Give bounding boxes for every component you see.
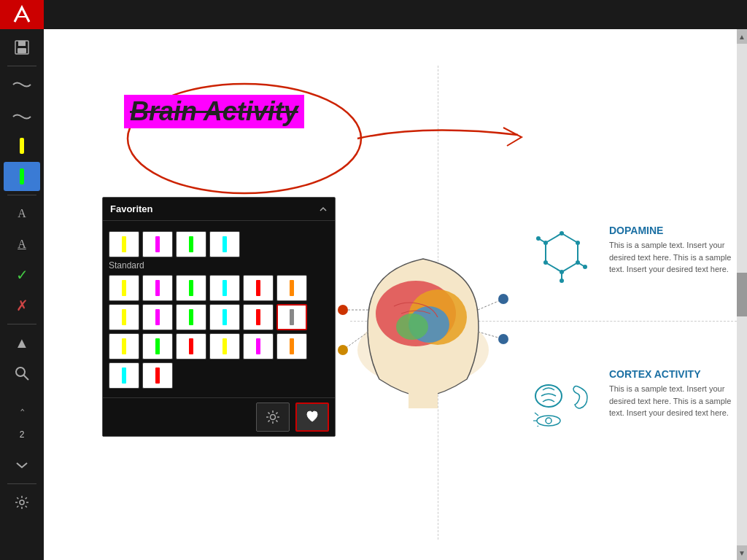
svg-point-5	[20, 500, 24, 505]
swatch-r1c3[interactable]	[176, 275, 206, 301]
cortex-icons	[533, 368, 598, 427]
svg-point-19	[498, 294, 508, 304]
separator3	[7, 324, 36, 324]
svg-line-4	[24, 376, 29, 381]
svg-line-39	[535, 426, 538, 427]
swatch-r1c4[interactable]	[209, 275, 240, 301]
caret-down-button[interactable]	[4, 451, 40, 480]
color-picker-footer	[103, 397, 335, 436]
color-picker-header: Favoriten	[103, 198, 335, 221]
standard-row-3	[109, 333, 329, 359]
right-scrollbar: ▲ ▼	[737, 29, 747, 560]
settings-button[interactable]	[4, 488, 40, 517]
standard-row-4	[109, 362, 329, 389]
gear-button[interactable]	[256, 402, 290, 432]
svg-point-3	[16, 368, 25, 376]
svg-point-20	[498, 334, 508, 344]
arrow-up-button[interactable]: ▲	[4, 328, 40, 357]
green-pen-tool[interactable]	[4, 162, 40, 191]
cortex-title: CORTEX ACTIVITY	[609, 368, 737, 380]
svg-marker-21	[546, 233, 578, 272]
scroll-up-arrow[interactable]	[319, 205, 328, 214]
svg-point-32	[536, 236, 541, 241]
heart-button[interactable]	[295, 402, 329, 432]
svg-point-26	[576, 241, 580, 245]
favorites-label: Favoriten	[110, 203, 153, 214]
annotation-circle	[117, 73, 379, 204]
fav-swatch-3[interactable]	[176, 231, 206, 257]
standard-row-1	[109, 275, 329, 301]
cortex-text: This is a sample text. Insert your desir…	[609, 383, 737, 419]
swatch-r1c1[interactable]	[109, 275, 139, 301]
text-style2-tool[interactable]: A	[4, 230, 40, 259]
svg-point-29	[543, 260, 548, 265]
swatch-r2c1[interactable]	[109, 304, 139, 330]
swatch-r2c5[interactable]	[243, 304, 274, 330]
swatch-r1c2[interactable]	[142, 275, 173, 301]
swatch-r3c4[interactable]	[209, 333, 240, 359]
canvas-area: Brain Activity	[44, 29, 737, 560]
check-tool[interactable]: ✓	[4, 260, 40, 289]
separator4	[7, 483, 36, 484]
svg-rect-12	[409, 392, 438, 408]
logo	[0, 0, 44, 29]
swatch-r2c4[interactable]	[209, 304, 240, 330]
separator	[7, 66, 36, 66]
swatch-r4c2[interactable]	[142, 362, 173, 389]
tilde-tool[interactable]	[4, 101, 40, 130]
svg-point-30	[543, 241, 548, 245]
fav-swatch-4[interactable]	[209, 231, 240, 257]
swatch-r2c3[interactable]	[176, 304, 206, 330]
svg-line-37	[535, 413, 538, 416]
cortex-panel: CORTEX ACTIVITY This is a sample text. I…	[609, 368, 737, 419]
swatch-r3c3[interactable]	[176, 333, 206, 359]
text-style1-tool[interactable]: A	[4, 199, 40, 228]
favorites-row	[109, 231, 329, 257]
swatch-r3c2[interactable]	[142, 333, 173, 359]
main-area: A A ✓ ✗ ▲ ‸ 2	[0, 29, 747, 560]
separator2	[7, 195, 36, 195]
swatch-r3c6[interactable]	[276, 333, 307, 359]
save-button[interactable]	[4, 33, 40, 62]
top-bar	[0, 0, 747, 29]
brain-illustration	[321, 204, 525, 408]
svg-point-25	[560, 231, 564, 236]
dopamine-icon	[533, 226, 591, 284]
dopamine-text: This is a sample text. Insert your desir…	[609, 239, 737, 276]
search-button[interactable]	[4, 359, 40, 388]
svg-point-27	[576, 260, 580, 265]
fav-swatch-2[interactable]	[142, 231, 173, 257]
svg-point-11	[396, 314, 428, 340]
color-picker-popup: Favoriten Standard	[102, 197, 336, 437]
caret-up-button[interactable]: ‸	[4, 389, 40, 419]
svg-point-36	[546, 418, 551, 424]
svg-point-18	[338, 345, 348, 355]
page-number: 2	[4, 420, 40, 449]
swatch-r2c2[interactable]	[142, 304, 173, 330]
swatch-r1c5[interactable]	[243, 275, 274, 301]
swatch-r3c1[interactable]	[109, 333, 139, 359]
standard-section: Standard	[109, 260, 329, 271]
dopamine-panel: DOPAMINE This is a sample text. Insert y…	[609, 225, 737, 276]
svg-point-28	[560, 270, 564, 274]
swatch-r2c6-selected[interactable]	[276, 304, 307, 330]
swatch-r1c6[interactable]	[276, 275, 307, 301]
annotation-arrow	[350, 117, 554, 160]
swatch-r3c5[interactable]	[243, 333, 274, 359]
svg-rect-1	[18, 41, 26, 46]
svg-point-40	[271, 415, 276, 420]
scroll-thumb[interactable]	[737, 273, 747, 316]
color-picker-scroll[interactable]: Standard	[103, 221, 335, 397]
yellow-pen-tool[interactable]	[4, 131, 40, 160]
scroll-down-button[interactable]: ▼	[737, 545, 747, 560]
svg-point-35	[537, 416, 560, 426]
scroll-up-button[interactable]: ▲	[737, 29, 747, 44]
standard-row-2	[109, 304, 329, 330]
wave-tool[interactable]	[4, 70, 40, 99]
swatch-r4c1[interactable]	[109, 362, 139, 389]
fav-swatch-1[interactable]	[109, 231, 139, 257]
svg-point-33	[583, 265, 587, 269]
cross-tool[interactable]: ✗	[4, 291, 40, 320]
svg-point-17	[338, 305, 348, 315]
svg-point-31	[560, 279, 564, 283]
